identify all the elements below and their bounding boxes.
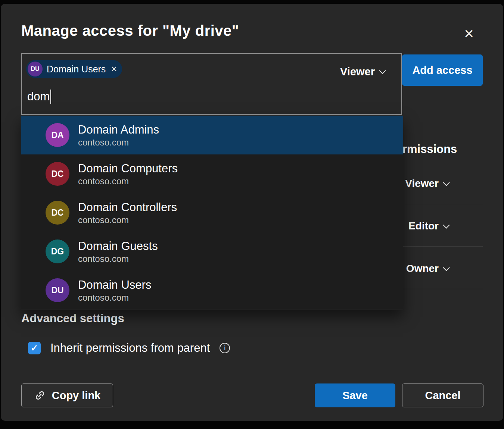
role-dropdown-editor[interactable]: Editor bbox=[408, 220, 449, 232]
chevron-down-icon bbox=[379, 67, 386, 74]
role-selector[interactable]: Viewer bbox=[340, 66, 385, 78]
inherit-permissions-row: ✓ Inherit permissions from parent i bbox=[28, 340, 230, 356]
avatar: DU bbox=[28, 62, 43, 76]
avatar: DU bbox=[46, 278, 69, 302]
recipient-chip[interactable]: DU Domain Users × bbox=[26, 60, 122, 78]
dialog-title: Manage access for "My drive" bbox=[21, 22, 239, 39]
typed-text: dom bbox=[27, 90, 50, 103]
copy-link-label: Copy link bbox=[52, 389, 101, 402]
suggestion-domain-controllers[interactable]: DC Domain Controllers contoso.com bbox=[21, 193, 403, 232]
avatar: DG bbox=[46, 239, 69, 263]
manage-access-dialog: Manage access for "My drive" × DU Domain… bbox=[1, 4, 503, 421]
role-value: Viewer bbox=[405, 178, 439, 190]
check-icon: ✓ bbox=[31, 343, 38, 353]
suggestion-domain: contoso.com bbox=[78, 137, 159, 148]
people-picker[interactable]: DU Domain Users × Viewer dom bbox=[21, 53, 402, 115]
suggestion-domain: contoso.com bbox=[78, 214, 177, 225]
role-value: Owner bbox=[406, 263, 439, 275]
chevron-down-icon bbox=[443, 222, 449, 228]
chip-label: Domain Users bbox=[47, 64, 106, 75]
avatar: DA bbox=[46, 123, 69, 147]
suggestion-text: Domain Controllers contoso.com bbox=[78, 200, 177, 225]
suggestion-domain-users[interactable]: DU Domain Users contoso.com bbox=[21, 271, 403, 310]
role-dropdown-owner[interactable]: Owner bbox=[406, 263, 449, 275]
inherit-checkbox[interactable]: ✓ bbox=[28, 342, 41, 354]
avatar: DC bbox=[46, 201, 69, 225]
role-selector-value: Viewer bbox=[340, 66, 375, 78]
suggestion-text: Domain Admins contoso.com bbox=[78, 123, 159, 148]
cancel-button[interactable]: Cancel bbox=[402, 383, 483, 407]
suggestion-text: Domain Users contoso.com bbox=[78, 278, 151, 303]
suggestion-name: Domain Computers bbox=[78, 162, 178, 176]
close-icon: × bbox=[464, 24, 474, 43]
suggestion-text: Domain Computers contoso.com bbox=[78, 162, 178, 187]
copy-link-button[interactable]: Copy link bbox=[21, 383, 113, 407]
suggestion-domain: contoso.com bbox=[78, 253, 158, 264]
suggestions-dropdown: DA Domain Admins contoso.com DC Domain C… bbox=[21, 116, 403, 310]
text-caret bbox=[50, 90, 51, 104]
advanced-settings-heading: Advanced settings bbox=[21, 312, 124, 325]
link-icon bbox=[34, 389, 46, 401]
chevron-down-icon bbox=[443, 264, 449, 271]
add-access-button[interactable]: Add access bbox=[402, 54, 483, 86]
suggestion-domain-admins[interactable]: DA Domain Admins contoso.com bbox=[21, 116, 403, 154]
role-dropdown-viewer[interactable]: Viewer bbox=[405, 178, 449, 190]
close-button[interactable]: × bbox=[459, 24, 479, 43]
suggestion-text: Domain Guests contoso.com bbox=[78, 239, 158, 264]
suggestion-name: Domain Guests bbox=[78, 239, 158, 253]
suggestion-domain-guests[interactable]: DG Domain Guests contoso.com bbox=[21, 232, 403, 271]
info-icon[interactable]: i bbox=[220, 343, 230, 353]
suggestion-domain-computers[interactable]: DC Domain Computers contoso.com bbox=[21, 154, 403, 193]
suggestion-domain: contoso.com bbox=[78, 292, 151, 303]
chip-remove-icon[interactable]: × bbox=[111, 64, 117, 74]
role-value: Editor bbox=[408, 220, 439, 232]
suggestion-name: Domain Controllers bbox=[78, 200, 177, 214]
people-search-input[interactable]: dom bbox=[27, 90, 51, 104]
suggestion-name: Domain Admins bbox=[78, 123, 159, 137]
inherit-label: Inherit permissions from parent bbox=[50, 341, 210, 355]
save-button[interactable]: Save bbox=[315, 383, 395, 407]
suggestion-name: Domain Users bbox=[78, 278, 151, 292]
suggestion-domain: contoso.com bbox=[78, 176, 178, 187]
chevron-down-icon bbox=[443, 179, 449, 186]
avatar: DC bbox=[46, 162, 69, 186]
